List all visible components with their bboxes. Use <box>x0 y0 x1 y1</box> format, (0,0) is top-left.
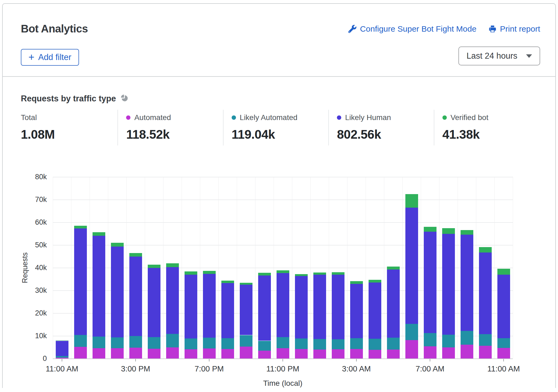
bar-segment-likely-automated[interactable] <box>405 324 418 340</box>
stat-likely-automated[interactable]: Likely Automated119.04k <box>223 110 328 145</box>
bar-segment-verified-bot[interactable] <box>93 232 105 236</box>
bar-segment-automated[interactable] <box>93 348 105 358</box>
bar-segment-automated[interactable] <box>424 346 436 358</box>
bar-segment-verified-bot[interactable] <box>461 230 473 235</box>
bar-segment-likely-human[interactable] <box>369 283 381 338</box>
bar-segment-likely-human[interactable] <box>479 253 492 334</box>
bar-segment-likely-human[interactable] <box>111 247 124 337</box>
bar-segment-likely-automated[interactable] <box>387 338 400 350</box>
bar-segment-likely-human[interactable] <box>203 274 216 338</box>
bar-segment-likely-automated[interactable] <box>56 356 68 358</box>
bar-segment-likely-automated[interactable] <box>295 338 308 349</box>
bar-segment-verified-bot[interactable] <box>240 283 252 285</box>
bar-segment-likely-human[interactable] <box>442 234 455 335</box>
bar-segment-likely-automated[interactable] <box>111 337 124 348</box>
bar-segment-automated[interactable] <box>497 348 510 358</box>
bar-segment-likely-automated[interactable] <box>424 333 436 346</box>
bar-segment-automated[interactable] <box>295 349 308 358</box>
bar-segment-likely-automated[interactable] <box>479 334 492 346</box>
bar-segment-verified-bot[interactable] <box>129 253 142 257</box>
bar-segment-likely-human[interactable] <box>277 273 289 337</box>
stat-likely-human[interactable]: Likely Human802.56k <box>328 110 434 145</box>
bar-segment-automated[interactable] <box>185 349 197 358</box>
bar-segment-likely-human[interactable] <box>387 270 400 338</box>
bar-segment-automated[interactable] <box>221 349 234 358</box>
bar-segment-automated[interactable] <box>387 350 400 358</box>
bar-segment-likely-human[interactable] <box>258 275 271 341</box>
bar-segment-verified-bot[interactable] <box>295 274 308 276</box>
bar-segment-likely-automated[interactable] <box>240 335 252 347</box>
print-report-link[interactable]: Print report <box>488 24 540 34</box>
bar-segment-verified-bot[interactable] <box>479 247 492 252</box>
bar-segment-likely-human[interactable] <box>295 276 308 338</box>
bar-segment-likely-automated[interactable] <box>166 334 179 347</box>
bar-segment-automated[interactable] <box>332 349 344 358</box>
bar-segment-automated[interactable] <box>277 348 289 358</box>
bar-segment-likely-human[interactable] <box>221 283 234 338</box>
configure-super-bot-fight-mode-link[interactable]: Configure Super Bot Fight Mode <box>348 24 476 34</box>
bar-segment-likely-human[interactable] <box>56 341 68 356</box>
bar-segment-likely-automated[interactable] <box>258 341 271 351</box>
bar-segment-automated[interactable] <box>369 350 381 358</box>
bar-segment-likely-automated[interactable] <box>442 335 455 347</box>
bar-segment-verified-bot[interactable] <box>369 280 381 283</box>
bar-segment-likely-automated[interactable] <box>74 335 87 347</box>
bar-segment-likely-human[interactable] <box>313 275 326 339</box>
bar-segment-likely-automated[interactable] <box>369 339 381 350</box>
bar-segment-verified-bot[interactable] <box>313 273 326 275</box>
bar-segment-automated[interactable] <box>350 349 363 358</box>
add-filter-button[interactable]: + Add filter <box>21 49 79 66</box>
bar-segment-likely-human[interactable] <box>405 208 418 324</box>
bar-segment-likely-human[interactable] <box>93 236 105 337</box>
bar-segment-verified-bot[interactable] <box>221 281 234 283</box>
bar-segment-verified-bot[interactable] <box>424 227 436 232</box>
bar-segment-verified-bot[interactable] <box>387 267 400 270</box>
bar-segment-likely-human[interactable] <box>129 257 142 336</box>
bar-segment-automated[interactable] <box>129 348 142 358</box>
bar-segment-likely-automated[interactable] <box>203 338 216 348</box>
bar-segment-verified-bot[interactable] <box>111 243 124 247</box>
bar-segment-verified-bot[interactable] <box>74 226 87 228</box>
bar-segment-verified-bot[interactable] <box>56 340 68 341</box>
bar-segment-automated[interactable] <box>111 348 124 358</box>
bar-segment-automated[interactable] <box>74 347 87 358</box>
bar-segment-automated[interactable] <box>240 347 252 358</box>
bar-segment-likely-human[interactable] <box>497 275 510 338</box>
bar-segment-likely-automated[interactable] <box>93 337 105 348</box>
bar-segment-verified-bot[interactable] <box>332 272 344 275</box>
bar-segment-likely-human[interactable] <box>148 268 160 337</box>
bar-segment-automated[interactable] <box>442 347 455 358</box>
bar-segment-automated[interactable] <box>148 349 160 358</box>
bar-segment-likely-human[interactable] <box>185 275 197 338</box>
bar-segment-likely-human[interactable] <box>424 232 436 333</box>
bar-segment-automated[interactable] <box>313 350 326 358</box>
stat-automated[interactable]: Automated118.52k <box>117 110 223 145</box>
bar-segment-likely-automated[interactable] <box>185 338 197 349</box>
bar-segment-verified-bot[interactable] <box>203 271 216 274</box>
bar-segment-verified-bot[interactable] <box>258 273 271 275</box>
bar-segment-verified-bot[interactable] <box>185 271 197 275</box>
bar-segment-automated[interactable] <box>56 358 68 358</box>
bar-segment-automated[interactable] <box>166 347 179 358</box>
bar-segment-verified-bot[interactable] <box>277 270 289 273</box>
bar-segment-likely-automated[interactable] <box>148 337 160 349</box>
bar-segment-likely-automated[interactable] <box>221 338 234 349</box>
bar-segment-verified-bot[interactable] <box>442 228 455 234</box>
stat-verified-bot[interactable]: Verified bot41.38k <box>434 110 539 145</box>
bar-segment-automated[interactable] <box>479 346 492 358</box>
bar-segment-likely-automated[interactable] <box>277 337 289 348</box>
bar-segment-automated[interactable] <box>203 348 216 358</box>
bar-segment-likely-automated[interactable] <box>350 338 363 349</box>
bar-segment-verified-bot[interactable] <box>166 263 179 267</box>
bar-segment-likely-automated[interactable] <box>497 338 510 348</box>
bar-segment-likely-human[interactable] <box>166 267 179 334</box>
bar-segment-likely-human[interactable] <box>461 235 473 331</box>
bar-segment-verified-bot[interactable] <box>148 265 160 268</box>
bar-segment-verified-bot[interactable] <box>350 281 363 284</box>
bar-segment-likely-automated[interactable] <box>332 339 344 349</box>
bar-segment-likely-human[interactable] <box>350 284 363 338</box>
bar-segment-automated[interactable] <box>461 345 473 358</box>
bar-segment-likely-human[interactable] <box>74 228 87 335</box>
bar-segment-likely-automated[interactable] <box>313 339 326 350</box>
bar-segment-verified-bot[interactable] <box>497 269 510 275</box>
